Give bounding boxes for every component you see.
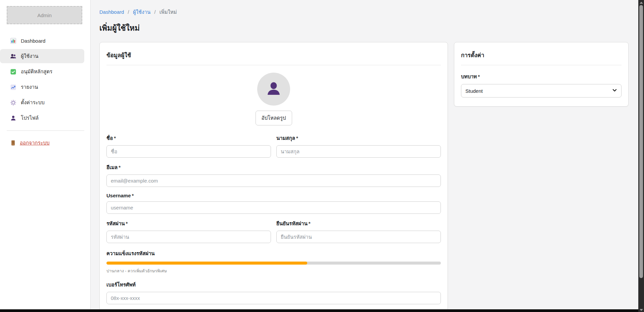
phone-field-group: เบอร์โทรศัพท์: [106, 281, 441, 304]
upload-photo-button[interactable]: อัปโหลดรูป: [256, 111, 292, 125]
bottom-edge-bar: [0, 309, 644, 312]
scrollbar-thumb[interactable]: [639, 5, 643, 278]
confirm-password-field-group: ยืนยันรหัสผ่าน*: [276, 220, 441, 243]
label-text: บทบาท: [461, 74, 477, 79]
main-content: Dashboard / ผู้ใช้งาน / เพิ่มใหม่ เพิ่มผ…: [91, 0, 644, 312]
required-marker: *: [132, 193, 134, 198]
card-divider: [461, 65, 622, 65]
sidebar-item-label: รายงาน: [21, 83, 38, 91]
breadcrumb-separator: /: [128, 9, 129, 15]
card-title-user-info: ข้อมูลผู้ใช้: [106, 50, 441, 60]
first-name-input[interactable]: [106, 145, 271, 158]
first-name-label: ชื่อ*: [106, 134, 271, 142]
first-name-field-group: ชื่อ*: [106, 134, 271, 158]
last-name-field-group: นามสกุล*: [276, 134, 441, 158]
bar-chart-icon: [10, 38, 16, 44]
label-text: ยืนยันรหัสผ่าน: [276, 221, 308, 226]
breadcrumb-link-users[interactable]: ผู้ใช้งาน: [133, 9, 150, 15]
password-strength-section: ความแข็งแรงรหัสผ่าน ปานกลาง - ควรเพิ่มตั…: [106, 249, 441, 274]
email-label: อีเมล*: [106, 163, 441, 171]
label-text: อีเมล: [106, 164, 118, 170]
logout-label: ออกจากระบบ: [20, 139, 50, 147]
page-title: เพิ่มผู้ใช้ใหม่: [99, 22, 629, 34]
sidebar-item-approve-courses[interactable]: อนุมัติหลักสูตร: [0, 65, 84, 79]
phone-label: เบอร์โทรศัพท์: [106, 281, 441, 289]
chevron-down-icon: [612, 88, 617, 94]
label-text: รหัสผ่าน: [106, 221, 125, 226]
required-marker: *: [119, 164, 121, 170]
name-row: ชื่อ* นามสกุล*: [106, 134, 441, 163]
password-input[interactable]: [106, 231, 271, 243]
username-input[interactable]: [106, 201, 441, 214]
breadcrumb: Dashboard / ผู้ใช้งาน / เพิ่มใหม่: [99, 8, 629, 16]
email-field-group: อีเมล*: [106, 163, 441, 187]
required-marker: *: [126, 221, 128, 226]
last-name-label: นามสกุล*: [276, 134, 441, 142]
last-name-input[interactable]: [276, 145, 441, 158]
sidebar-item-profile[interactable]: โปรไฟล์: [0, 111, 84, 125]
label-text: ชื่อ: [106, 135, 113, 141]
line-chart-icon: [10, 84, 16, 90]
role-selected-value: Student: [465, 88, 483, 94]
role-select[interactable]: Student: [461, 84, 622, 98]
password-strength-label: ความแข็งแรงรหัสผ่าน: [106, 249, 441, 258]
password-label: รหัสผ่าน*: [106, 220, 271, 228]
card-title-settings: การตั้งค่า: [461, 50, 622, 60]
gear-icon: [10, 100, 16, 106]
door-icon: [10, 140, 16, 146]
sidebar-item-label: ตั้งค่าระบบ: [21, 99, 45, 107]
sidebar-divider: [7, 130, 84, 131]
sidebar-item-label: Dashboard: [21, 38, 45, 44]
sidebar: Admin Dashboard ผู้ใช้งาน อนุมัติหลักสูต…: [0, 0, 91, 312]
scrollbar-up-arrow-icon[interactable]: [640, 2, 643, 4]
user-info-card: ข้อมูลผู้ใช้ อัปโหลดรูป ชื่อ*: [99, 42, 448, 312]
sidebar-item-label: โปรไฟล์: [21, 114, 39, 122]
confirm-password-input[interactable]: [276, 231, 441, 243]
logout-link[interactable]: ออกจากระบบ: [0, 139, 90, 147]
password-field-group: รหัสผ่าน*: [106, 220, 271, 243]
sidebar-item-reports[interactable]: รายงาน: [0, 80, 84, 94]
label-text: นามสกุล: [276, 135, 295, 141]
content-row: ข้อมูลผู้ใช้ อัปโหลดรูป ชื่อ*: [99, 42, 629, 312]
label-text: Username: [106, 193, 131, 198]
scrollbar-down-arrow-icon[interactable]: [640, 309, 643, 311]
sidebar-nav: Dashboard ผู้ใช้งาน อนุมัติหลักสูตร รายง…: [0, 34, 90, 125]
required-marker: *: [296, 135, 298, 141]
password-strength-bar: [106, 262, 441, 265]
role-label: บทบาท*: [461, 73, 622, 81]
logo-text: Admin: [37, 12, 52, 18]
password-strength-caption: ปานกลาง - ควรเพิ่มตัวอักษรพิเศษ: [106, 268, 441, 274]
required-marker: *: [478, 74, 480, 79]
required-marker: *: [309, 221, 311, 226]
avatar: [257, 73, 290, 106]
breadcrumb-separator: /: [154, 9, 155, 15]
required-marker: *: [114, 135, 116, 141]
breadcrumb-link-dashboard[interactable]: Dashboard: [99, 9, 124, 15]
avatar-section: อัปโหลดรูป: [106, 73, 441, 125]
password-strength-fill: [106, 262, 307, 265]
logo-placeholder: Admin: [7, 6, 82, 24]
phone-input[interactable]: [106, 292, 441, 304]
check-icon: [10, 69, 16, 75]
email-input[interactable]: [106, 174, 441, 187]
vertical-scrollbar[interactable]: [638, 0, 644, 312]
person-silhouette-icon: [266, 81, 282, 98]
label-text: เบอร์โทรศัพท์: [106, 282, 136, 287]
card-divider: [106, 65, 441, 65]
sidebar-item-users[interactable]: ผู้ใช้งาน: [0, 49, 84, 63]
confirm-password-label: ยืนยันรหัสผ่าน*: [276, 220, 441, 228]
sidebar-item-label: ผู้ใช้งาน: [21, 52, 38, 60]
sidebar-item-dashboard[interactable]: Dashboard: [0, 34, 84, 48]
sidebar-item-system-settings[interactable]: ตั้งค่าระบบ: [0, 95, 84, 110]
username-label: Username*: [106, 193, 441, 198]
person-icon: [10, 115, 16, 121]
settings-card: การตั้งค่า บทบาท* Student: [454, 42, 629, 107]
username-field-group: Username*: [106, 193, 441, 214]
users-icon: [10, 53, 16, 60]
breadcrumb-current: เพิ่มใหม่: [159, 9, 177, 15]
password-row: รหัสผ่าน* ยืนยันรหัสผ่าน*: [106, 220, 441, 249]
sidebar-item-label: อนุมัติหลักสูตร: [21, 68, 52, 76]
app-window: Admin Dashboard ผู้ใช้งาน อนุมัติหลักสูต…: [0, 0, 644, 312]
